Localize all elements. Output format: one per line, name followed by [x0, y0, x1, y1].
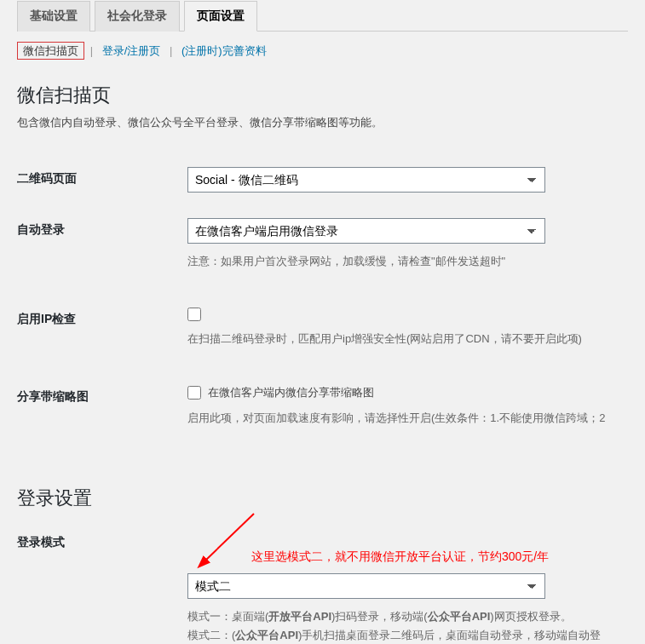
share-thumb-checkbox-label: 在微信客户端内微信分享带缩略图 — [208, 385, 374, 400]
share-thumb-note: 启用此项，对页面加载速度有影响，请选择性开启(生效条件：1.不能使用微信跨域；2 — [187, 409, 619, 428]
qr-page-select[interactable]: Social - 微信二维码 — [187, 167, 545, 193]
share-thumb-checkbox[interactable] — [187, 386, 201, 400]
subtab-complete-profile[interactable]: (注册时)完善资料 — [178, 44, 270, 57]
top-tabs: 基础设置 社会化登录 页面设置 — [17, 0, 628, 32]
auto-login-note: 注意：如果用户首次登录网站，加载缓慢，请检查"邮件发送超时" — [187, 252, 619, 271]
login-mode-note: 模式一：桌面端(开放平台API)扫码登录，移动端(公众平台API)网页授权登录。… — [187, 607, 619, 644]
section-title-wechat-scan: 微信扫描页 — [17, 83, 628, 108]
separator: | — [167, 44, 175, 57]
form-table: 二维码页面 Social - 微信二维码 自动登录 在微信客户端启用微信登录 注… — [17, 154, 628, 451]
label-qr-page: 二维码页面 — [17, 154, 187, 205]
auto-login-select[interactable]: 在微信客户端启用微信登录 — [187, 218, 545, 244]
sub-tabs: 微信扫描页 | 登录/注册页 | (注册时)完善资料 — [17, 43, 628, 59]
label-share-thumb: 分享带缩略图 — [17, 372, 187, 451]
label-ip-check: 启用IP检查 — [17, 295, 187, 372]
tab-basic[interactable]: 基础设置 — [17, 1, 90, 32]
ip-check-checkbox[interactable] — [187, 308, 201, 321]
login-mode-select[interactable]: 模式二 — [187, 573, 545, 599]
form-table-login: 登录模式 这里选模式二，就不用微信开放平台认证，节约300元/年 — [17, 518, 628, 644]
section-desc: 包含微信内自动登录、微信公众号全平台登录、微信分享带缩略图等功能。 — [17, 115, 628, 130]
tab-page[interactable]: 页面设置 — [184, 1, 257, 32]
annotation-text: 这里选模式二，就不用微信开放平台认证，节约300元/年 — [251, 549, 549, 565]
subtab-login-reg[interactable]: 登录/注册页 — [99, 44, 164, 57]
ip-check-note: 在扫描二维码登录时，匹配用户ip增强安全性(网站启用了CDN，请不要开启此项) — [187, 330, 619, 348]
section-title-login-settings: 登录设置 — [17, 486, 628, 511]
label-auto-login: 自动登录 — [17, 205, 187, 295]
subtab-wechat-scan[interactable]: 微信扫描页 — [17, 42, 84, 60]
tab-social[interactable]: 社会化登录 — [95, 1, 180, 32]
separator: | — [88, 44, 95, 57]
label-login-mode: 登录模式 — [17, 518, 187, 644]
